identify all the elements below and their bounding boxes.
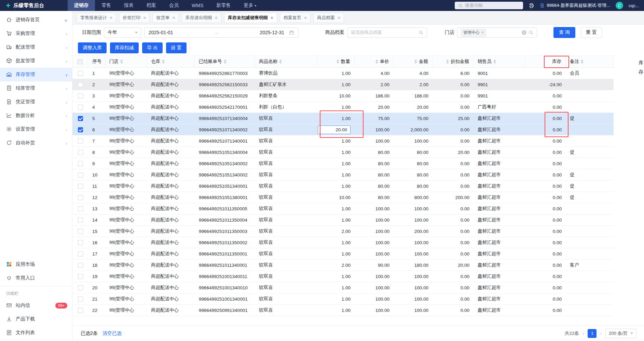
store-filter-input[interactable]: 管理中心 × × xyxy=(457,27,537,38)
sort-icon[interactable] xyxy=(120,60,123,64)
sort-icon[interactable] xyxy=(581,60,584,64)
workspace-tab[interactable]: 价签打印 × xyxy=(119,13,150,23)
sidebar-item[interactable]: 文件列表 › « xyxy=(0,326,72,340)
close-icon[interactable]: × xyxy=(338,15,340,20)
row-checkbox[interactable] xyxy=(78,251,83,257)
row-checkbox[interactable] xyxy=(78,229,83,234)
reset-button[interactable]: 重 置 xyxy=(581,27,602,38)
sidebar-item[interactable]: 凭证管理 › « xyxy=(0,95,72,109)
column-header[interactable]: 销售员 xyxy=(474,56,525,67)
query-button[interactable]: 查 询 xyxy=(553,27,575,38)
column-header[interactable]: 序号 xyxy=(88,56,105,67)
row-checkbox[interactable] xyxy=(78,150,83,155)
row-checkbox[interactable] xyxy=(78,105,83,110)
stock-deduct-button[interactable]: 库存扣减 xyxy=(110,42,139,53)
printer-icon[interactable] xyxy=(529,3,534,9)
row-checkbox[interactable] xyxy=(78,93,83,99)
row-checkbox[interactable] xyxy=(78,71,83,76)
row-checkbox[interactable] xyxy=(78,139,83,144)
table-row[interactable]: 6 99|管理中心 商超配送中心 9966499251071340002 软双喜… xyxy=(72,124,614,135)
select-all-checkbox[interactable] xyxy=(78,59,83,64)
workspace-tab[interactable]: 收货单 × xyxy=(152,13,179,23)
top-menu-item[interactable]: 新零售 ▾ xyxy=(210,0,237,11)
sort-icon[interactable] xyxy=(493,60,496,64)
row-checkbox[interactable] xyxy=(78,218,83,223)
column-header[interactable]: 仓库 xyxy=(147,56,195,67)
prev-page-icon[interactable]: ‹ xyxy=(583,330,585,337)
table-row[interactable]: 1 99|管理中心 商超配送中心 9966499252861770003 赛博饮… xyxy=(72,68,614,79)
clear-selection-link[interactable]: 清空已选 xyxy=(102,330,122,337)
table-row[interactable]: 20 99|管理中心 商超配送中心 9966499251001340010 软双… xyxy=(72,282,614,293)
top-menu-item[interactable]: 零售 ▾ xyxy=(95,0,118,11)
close-icon[interactable]: × xyxy=(172,15,175,20)
sidebar-item[interactable]: 配送管理 › « xyxy=(0,40,72,54)
row-checkbox[interactable] xyxy=(78,297,83,302)
row-checkbox[interactable] xyxy=(78,172,83,178)
collapse-sidebar-icon[interactable]: « xyxy=(65,17,67,23)
workspace-tab[interactable]: 库存进出明细 × xyxy=(182,13,221,23)
column-header[interactable]: 单价 xyxy=(355,56,394,67)
sidebar-item[interactable]: 结算管理 › « xyxy=(0,81,72,95)
table-row[interactable]: 2 99|管理中心 商超配送中心 9966499252562150033 鑫鲜汇… xyxy=(72,79,614,90)
global-search-input[interactable]: 搜索功能 xyxy=(455,2,523,9)
table-row[interactable]: 13 99|管理中心 商超配送中心 9966499251011350005 软双… xyxy=(72,203,614,214)
table-row[interactable]: 17 99|管理中心 商超配送中心 9966499251011350001 软双… xyxy=(72,248,614,260)
table-row[interactable]: 7 99|管理中心 商超配送中心 9966499251071340001 软双喜… xyxy=(72,135,614,147)
row-checkbox[interactable] xyxy=(78,116,83,121)
username[interactable]: cqc... xyxy=(629,3,639,8)
close-icon[interactable]: × xyxy=(143,15,146,20)
page-size-select[interactable]: 200 条/页 xyxy=(605,329,636,338)
workspace-tab[interactable]: 库存未扣减销售明细 × xyxy=(224,13,277,23)
close-icon[interactable]: × xyxy=(215,15,218,20)
top-menu-item[interactable]: WMS ▾ xyxy=(185,0,210,11)
column-header[interactable]: 库存 xyxy=(525,56,566,67)
quantity-input[interactable]: 20.00 xyxy=(318,126,351,134)
sidebar-item[interactable]: 设置管理 › « xyxy=(0,122,72,136)
workspace-tab[interactable]: 档案首页 × xyxy=(280,13,311,23)
row-checkbox[interactable] xyxy=(78,127,83,132)
adjust-inbound-button[interactable]: 调整入库 xyxy=(78,42,107,53)
sidebar-item[interactable]: 站内信 99+ › « xyxy=(0,299,72,312)
export-button[interactable]: 导 出 xyxy=(142,42,163,53)
sidebar-item[interactable]: 库存管理 › « xyxy=(0,68,72,81)
sort-icon[interactable] xyxy=(162,60,165,64)
column-header[interactable]: 金额 xyxy=(394,56,433,67)
sort-icon[interactable] xyxy=(279,60,282,64)
workspace-tab[interactable]: 零售报表设计 × xyxy=(77,13,116,23)
row-checkbox[interactable] xyxy=(78,184,83,189)
top-menu-item[interactable]: 会员 ▾ xyxy=(163,0,185,11)
top-menu-item[interactable]: 报表 ▾ xyxy=(118,0,140,11)
table-row[interactable]: 11 99|管理中心 商超配送中心 9966499251051340001 软双… xyxy=(72,181,614,192)
settings-button[interactable]: 设 置 xyxy=(166,42,187,53)
close-icon[interactable]: × xyxy=(271,15,273,20)
column-header[interactable]: 商品名称 xyxy=(255,56,318,67)
sort-icon[interactable] xyxy=(446,60,449,64)
row-checkbox[interactable] xyxy=(78,161,83,166)
sidebar-item[interactable]: 采购管理 › « xyxy=(0,27,72,40)
table-row[interactable]: 21 99|管理中心 商超配送中心 9966499251001340001 软双… xyxy=(72,293,614,305)
close-icon[interactable]: × xyxy=(110,15,112,20)
sidebar-item[interactable]: 产品下载 › « xyxy=(0,312,72,326)
store-switcher[interactable]: 99664-新界面商超版测试-管理... xyxy=(540,2,610,9)
sort-icon[interactable] xyxy=(375,60,378,64)
sort-icon[interactable] xyxy=(337,60,339,64)
table-row[interactable]: 15 99|管理中心 商超配送中心 9966499251011350003 软双… xyxy=(72,226,614,237)
sidebar-item[interactable]: 数据分析 › « xyxy=(0,109,72,122)
table-row[interactable]: 16 99|管理中心 商超配送中心 9966499251011350002 软双… xyxy=(72,237,614,248)
table-row[interactable]: 3 99|管理中心 商超配送中心 9966499252562150029 利群整… xyxy=(72,90,614,102)
column-header[interactable]: 门店 xyxy=(105,56,147,67)
remove-tag-icon[interactable]: × xyxy=(481,30,484,35)
sidebar-item[interactable]: 批发管理 › « xyxy=(0,54,72,68)
workspace-tab[interactable]: 商品档案 × xyxy=(313,13,344,23)
close-icon[interactable]: × xyxy=(304,15,307,20)
column-header[interactable]: 备注 xyxy=(566,56,614,67)
sort-icon[interactable] xyxy=(224,60,227,64)
column-header[interactable]: 已结账单号 xyxy=(195,56,255,67)
table-row[interactable]: 12 99|管理中心 商超配送中心 9966499251051380001 软双… xyxy=(72,192,614,203)
date-preset-select[interactable]: 今年 xyxy=(104,27,141,38)
column-header[interactable]: 折扣金额 xyxy=(433,56,474,67)
sidebar-item[interactable]: 进销存首页 › « xyxy=(0,13,72,27)
table-row[interactable]: 19 99|管理中心 商超配送中心 9966499251001340011 软双… xyxy=(72,271,614,282)
sort-icon[interactable] xyxy=(414,60,417,64)
table-row[interactable]: 5 99|管理中心 商超配送中心 9966499251071340004 软双喜… xyxy=(72,113,614,124)
